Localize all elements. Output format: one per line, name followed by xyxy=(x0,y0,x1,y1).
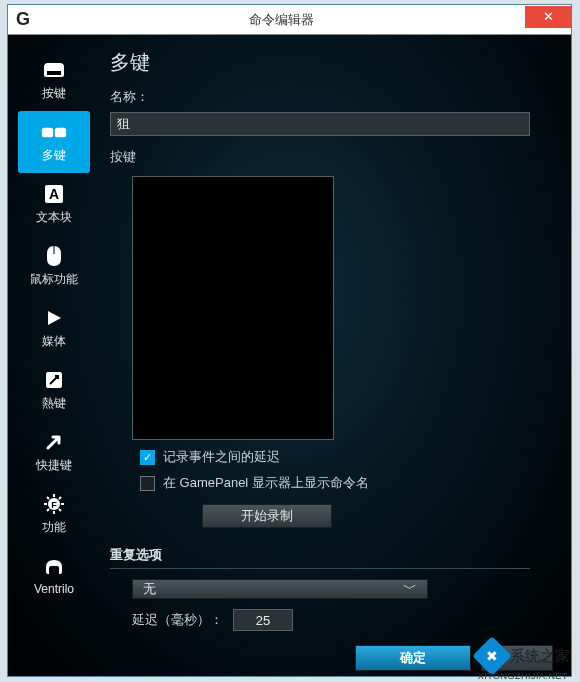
category-sidebar: 按键 多键 A 文本块 鼠标功能 xyxy=(8,35,100,676)
mouse-icon xyxy=(41,245,67,267)
sidebar-item-media[interactable]: 媒体 xyxy=(18,297,90,359)
delay-row: 延迟（毫秒）： 25 xyxy=(132,609,553,631)
watermark: 系统之家 xyxy=(478,642,570,670)
sidebar-item-function[interactable]: F 功能 xyxy=(18,483,90,545)
start-recording-button[interactable]: 开始录制 xyxy=(202,504,332,528)
gamepanel-label: 在 GamePanel 显示器上显示命令名 xyxy=(163,474,369,492)
sidebar-item-label: 文本块 xyxy=(36,209,72,226)
delay-label: 延迟（毫秒）： xyxy=(132,611,223,629)
delay-input[interactable]: 25 xyxy=(233,609,293,631)
window-title: 命令编辑器 xyxy=(38,11,525,29)
gamepanel-checkbox[interactable] xyxy=(140,476,155,491)
function-icon: F xyxy=(41,493,67,515)
svg-text:A: A xyxy=(49,186,59,202)
sidebar-item-label: 鼠标功能 xyxy=(30,271,78,288)
sidebar-item-label: 熱键 xyxy=(42,395,66,412)
command-editor-window: G 命令编辑器 ✕ 按键 多键 A 文本块 xyxy=(7,4,572,677)
panel-heading: 多键 xyxy=(110,49,553,76)
sidebar-item-label: 快捷键 xyxy=(36,457,72,474)
svg-line-13 xyxy=(59,497,61,499)
titlebar: G 命令编辑器 ✕ xyxy=(8,5,571,35)
sidebar-item-hotkey[interactable]: 熱键 xyxy=(18,359,90,421)
svg-line-12 xyxy=(47,509,49,511)
watermark-icon xyxy=(472,636,512,676)
logitech-logo: G xyxy=(8,5,38,35)
multikey-icon xyxy=(41,121,67,143)
repeat-select[interactable]: 无 ﹀ xyxy=(132,579,428,599)
ventrilo-icon xyxy=(41,556,67,578)
svg-rect-0 xyxy=(47,71,61,75)
sidebar-item-label: 媒体 xyxy=(42,333,66,350)
sidebar-item-shortcut[interactable]: 快捷键 xyxy=(18,421,90,483)
record-delay-checkbox[interactable] xyxy=(140,450,155,465)
svg-line-11 xyxy=(59,509,61,511)
shortcut-icon xyxy=(41,431,67,453)
keys-label: 按键 xyxy=(110,148,553,166)
sidebar-item-key[interactable]: 按键 xyxy=(18,49,90,111)
svg-text:F: F xyxy=(51,499,57,509)
record-delay-label: 记录事件之间的延迟 xyxy=(163,448,280,466)
repeat-select-value: 无 xyxy=(143,580,156,598)
window-body: 按键 多键 A 文本块 鼠标功能 xyxy=(8,35,571,676)
keys-recording-box[interactable] xyxy=(132,176,334,440)
sidebar-item-textblock[interactable]: A 文本块 xyxy=(18,173,90,235)
close-button[interactable]: ✕ xyxy=(525,6,571,28)
name-label: 名称： xyxy=(110,88,553,106)
hotkey-icon xyxy=(41,369,67,391)
sidebar-item-label: 多键 xyxy=(42,147,66,164)
sidebar-item-multikey[interactable]: 多键 xyxy=(18,111,90,173)
sidebar-item-label: 功能 xyxy=(42,519,66,536)
watermark-subtext: XITONGZHIJIA.NET xyxy=(478,671,568,681)
name-input[interactable]: 狙 xyxy=(110,112,530,136)
sidebar-item-label: Ventrilo xyxy=(34,582,74,596)
sidebar-item-label: 按键 xyxy=(42,85,66,102)
gamepanel-row[interactable]: 在 GamePanel 显示器上显示命令名 xyxy=(140,474,553,492)
main-panel: 多键 名称： 狙 按键 记录事件之间的延迟 在 GamePanel 显示器上显示… xyxy=(100,35,571,676)
watermark-text: 系统之家 xyxy=(510,647,570,666)
svg-line-10 xyxy=(47,497,49,499)
close-icon: ✕ xyxy=(543,9,554,24)
record-delay-row[interactable]: 记录事件之间的延迟 xyxy=(140,448,553,466)
sidebar-item-ventrilo[interactable]: Ventrilo xyxy=(18,545,90,607)
chevron-down-icon: ﹀ xyxy=(403,580,417,598)
repeat-section-heading: 重复选项 xyxy=(110,546,530,569)
textblock-icon: A xyxy=(41,183,67,205)
sidebar-item-mouse[interactable]: 鼠标功能 xyxy=(18,235,90,297)
key-icon xyxy=(41,59,67,81)
media-icon xyxy=(41,307,67,329)
ok-button[interactable]: 确定 xyxy=(355,645,471,671)
